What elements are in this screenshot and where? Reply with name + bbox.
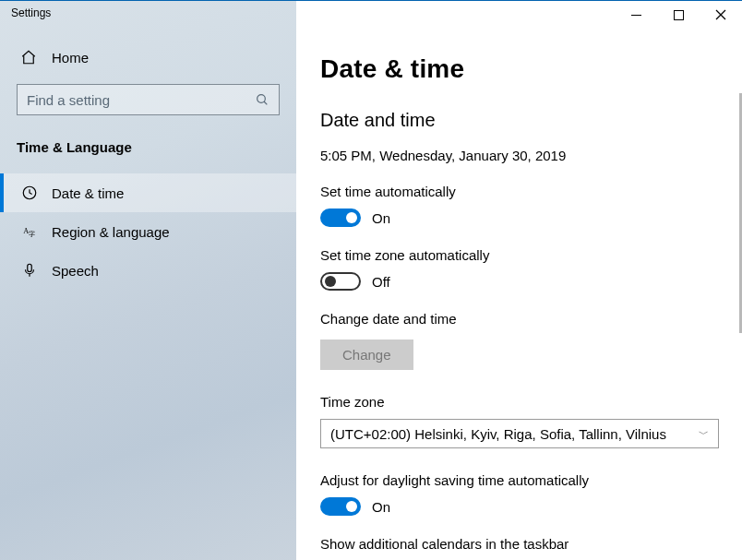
change-date-time-label: Change date and time bbox=[320, 311, 718, 327]
svg-rect-8 bbox=[674, 10, 683, 19]
microphone-icon bbox=[20, 262, 39, 279]
main: Date & time Date and time 5:05 PM, Wedne… bbox=[296, 1, 742, 560]
dst-state: On bbox=[372, 499, 390, 515]
svg-line-1 bbox=[264, 101, 267, 104]
set-tz-auto-label: Set time zone automatically bbox=[320, 247, 718, 263]
timezone-label: Time zone bbox=[320, 394, 718, 410]
minimize-button[interactable] bbox=[615, 1, 657, 29]
home-nav[interactable]: Home bbox=[0, 42, 296, 73]
sidebar: Settings Home Time & Language bbox=[0, 1, 296, 560]
page-title: Date & time bbox=[320, 54, 718, 84]
close-button[interactable] bbox=[700, 1, 742, 29]
timezone-select[interactable]: (UTC+02:00) Helsinki, Kyiv, Riga, Sofia,… bbox=[320, 419, 719, 448]
set-time-auto-label: Set time automatically bbox=[320, 184, 718, 199]
search-icon bbox=[255, 92, 269, 107]
sidebar-item-label: Region & language bbox=[52, 224, 170, 240]
content: Date & time Date and time 5:05 PM, Wedne… bbox=[296, 30, 742, 560]
titlebar bbox=[296, 1, 742, 30]
dst-row: On bbox=[320, 497, 718, 516]
sidebar-item-label: Date & time bbox=[52, 185, 124, 201]
home-icon bbox=[20, 49, 39, 66]
subsection-title: Date and time bbox=[320, 110, 718, 131]
set-tz-auto-toggle[interactable] bbox=[320, 272, 361, 291]
globe-a-icon: A 字 bbox=[20, 223, 39, 240]
timezone-value: (UTC+02:00) Helsinki, Kyiv, Riga, Sofia,… bbox=[330, 426, 666, 442]
svg-text:A: A bbox=[23, 227, 29, 235]
additional-calendars-label: Show additional calendars in the taskbar bbox=[320, 536, 718, 552]
set-time-auto-state: On bbox=[372, 210, 390, 226]
set-time-auto-row: On bbox=[320, 209, 718, 227]
dst-label: Adjust for daylight saving time automati… bbox=[320, 472, 718, 488]
set-time-auto-toggle[interactable] bbox=[320, 209, 361, 227]
sidebar-item-label: Speech bbox=[52, 263, 99, 279]
sidebar-item-speech[interactable]: Speech bbox=[0, 251, 296, 290]
svg-rect-5 bbox=[28, 264, 32, 271]
maximize-button[interactable] bbox=[657, 1, 700, 29]
sidebar-nav: Date & time A 字 Region & language bbox=[0, 173, 296, 290]
svg-text:字: 字 bbox=[29, 231, 35, 237]
search-wrap bbox=[17, 84, 280, 115]
change-button: Change bbox=[320, 340, 413, 370]
set-tz-auto-row: Off bbox=[320, 272, 718, 291]
home-label: Home bbox=[52, 50, 89, 66]
chevron-down-icon: ﹀ bbox=[699, 427, 709, 441]
search-box[interactable] bbox=[17, 84, 280, 115]
dst-toggle[interactable] bbox=[320, 497, 361, 516]
app-root: Settings Home Time & Language bbox=[0, 1, 742, 560]
clock-icon bbox=[20, 185, 39, 201]
set-tz-auto-state: Off bbox=[372, 274, 390, 290]
sidebar-item-date-time[interactable]: Date & time bbox=[0, 173, 296, 212]
sidebar-item-region-language[interactable]: A 字 Region & language bbox=[0, 212, 296, 251]
window-title: Settings bbox=[0, 1, 296, 42]
search-input[interactable] bbox=[27, 92, 255, 108]
current-datetime: 5:05 PM, Wednesday, January 30, 2019 bbox=[320, 148, 718, 163]
sidebar-section-title: Time & Language bbox=[0, 134, 296, 164]
